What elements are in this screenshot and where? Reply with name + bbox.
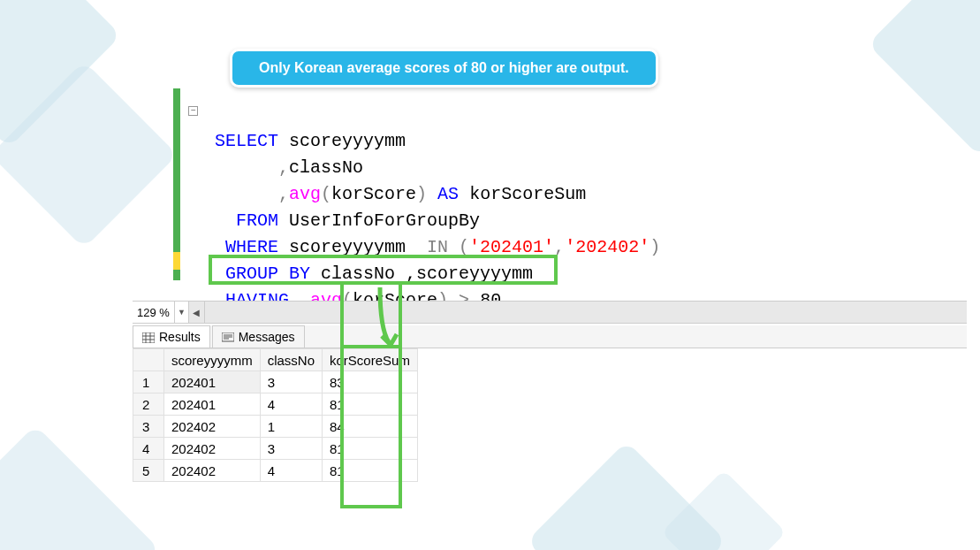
gutter-change-marker: [173, 270, 180, 280]
cell-korscoresum[interactable]: 83: [323, 371, 418, 393]
cell-scoreyyyymm[interactable]: 202401: [164, 393, 261, 416]
callout-banner: Only Korean average scores of 80 or high…: [230, 49, 658, 88]
code-text: scoreyyyymm: [278, 131, 406, 151]
callout-text: Only Korean average scores of 80 or high…: [259, 60, 629, 75]
comma: ,: [278, 184, 289, 204]
messages-icon: [222, 332, 234, 342]
decorative-diamond: [868, 0, 980, 157]
horizontal-scrollbar[interactable]: [205, 302, 967, 323]
results-grid-icon: [142, 332, 155, 342]
tab-messages-label: Messages: [239, 330, 295, 344]
table-row[interactable]: 4 202402 3 81: [133, 438, 418, 460]
func-avg: avg: [289, 184, 321, 204]
cell-classno[interactable]: 3: [260, 371, 322, 393]
gutter-unsaved-marker: [173, 252, 180, 270]
gutter-change-marker: [173, 88, 180, 252]
paren: ): [416, 184, 427, 204]
cell-korscoresum[interactable]: 81: [323, 393, 418, 416]
svg-rect-0: [142, 332, 155, 343]
rownum-cell: 3: [133, 416, 164, 438]
code-text: korScore: [331, 184, 416, 204]
zoom-toolbar: 129 % ▼ ◀: [133, 301, 967, 324]
keyword-from: FROM: [236, 210, 278, 231]
cell-scoreyyyymm[interactable]: 202402: [164, 416, 261, 438]
col-header-classno[interactable]: classNo: [260, 349, 322, 371]
rownum-cell: 2: [133, 393, 164, 416]
zoom-dropdown-icon[interactable]: ▼: [175, 302, 189, 323]
keyword-as: AS: [437, 184, 459, 204]
keyword-select: SELECT: [215, 131, 278, 151]
scroll-left-button[interactable]: ◀: [189, 302, 205, 323]
results-tabs: Results Messages: [133, 325, 967, 348]
tab-results-label: Results: [159, 330, 201, 344]
col-header-korscoresum[interactable]: korScoreSum: [323, 349, 418, 371]
cell-classno[interactable]: 1: [260, 416, 322, 438]
rownum-cell: 1: [133, 371, 164, 393]
comma: ,: [278, 157, 289, 178]
table-header-row: scoreyyyymm classNo korScoreSum: [133, 349, 418, 371]
cell-korscoresum[interactable]: 81: [323, 438, 418, 460]
zoom-value: 129 %: [137, 306, 170, 319]
table-row[interactable]: 2 202401 4 81: [133, 393, 418, 416]
table-row[interactable]: 1 202401 3 83: [133, 371, 418, 393]
code-text: classNo: [289, 157, 363, 178]
cell-classno[interactable]: 4: [260, 393, 322, 416]
results-table[interactable]: scoreyyyymm classNo korScoreSum 1 202401…: [133, 348, 418, 482]
table-row[interactable]: 5 202402 4 81: [133, 460, 418, 482]
code-fold-toggle[interactable]: −: [188, 106, 198, 116]
code-text: korScoreSum: [459, 184, 586, 204]
cell-korscoresum[interactable]: 81: [323, 460, 418, 482]
cell-scoreyyyymm[interactable]: 202402: [164, 438, 261, 460]
string-literal: '202402': [565, 237, 650, 257]
cell-classno[interactable]: 4: [260, 460, 322, 482]
cell-classno[interactable]: 3: [260, 438, 322, 460]
tab-messages[interactable]: Messages: [212, 325, 305, 348]
rownum-cell: 4: [133, 438, 164, 460]
table-row[interactable]: 3 202402 1 84: [133, 416, 418, 438]
having-highlight-box: [209, 255, 558, 285]
rownum-header: [133, 349, 164, 371]
paren: (: [321, 184, 331, 204]
tab-results[interactable]: Results: [133, 325, 210, 348]
paren: ): [650, 237, 660, 257]
cell-scoreyyyymm[interactable]: 202401: [164, 371, 261, 393]
zoom-level-display[interactable]: 129 %: [133, 302, 175, 323]
rownum-cell: 5: [133, 460, 164, 482]
col-header-scoreyyyymm[interactable]: scoreyyyymm: [164, 349, 261, 371]
cell-korscoresum[interactable]: 84: [323, 416, 418, 438]
cell-scoreyyyymm[interactable]: 202402: [164, 460, 261, 482]
code-text: UserInfoForGroupBy: [278, 210, 480, 231]
